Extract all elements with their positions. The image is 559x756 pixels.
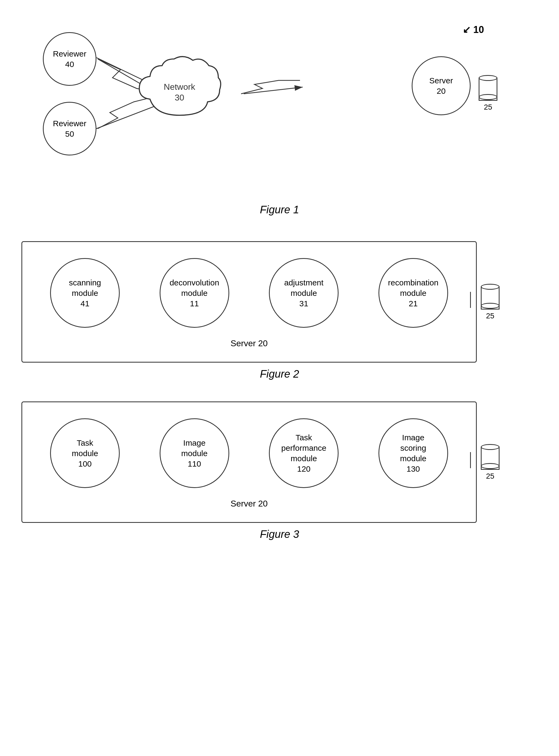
db2-body bbox=[481, 287, 499, 309]
figure3-wrapper: Taskmodule100 Imagemodule110 Taskperform… bbox=[21, 402, 477, 523]
page-container: ↙ 10 bbox=[0, 0, 559, 578]
adjustment-module-label: adjustmentmodule31 bbox=[284, 277, 323, 309]
svg-line-3 bbox=[244, 87, 303, 94]
db3-connector-line bbox=[470, 452, 471, 468]
figure3-container: Taskmodule100 Imagemodule110 Taskperform… bbox=[21, 402, 538, 540]
figure3-caption: Figure 3 bbox=[21, 528, 538, 540]
task-performance-module-label: Taskperformancemodule120 bbox=[281, 432, 326, 474]
image-scoring-module-node: Imagescoringmodule130 bbox=[378, 418, 448, 488]
figure2-wrapper: scanningmodule41 deconvolutionmodule11 a… bbox=[21, 241, 477, 363]
deconvolution-module-label: deconvolutionmodule11 bbox=[170, 277, 219, 309]
db3-bottom-curve bbox=[481, 463, 499, 469]
reviewer40-node: Reviewer 40 bbox=[43, 32, 96, 86]
task-performance-module-node: Taskperformancemodule120 bbox=[269, 418, 339, 488]
figure2-server-label: Server 20 bbox=[36, 339, 463, 348]
figure2-container: scanningmodule41 deconvolutionmodule11 a… bbox=[21, 241, 538, 380]
image-module-node: Imagemodule110 bbox=[160, 418, 229, 488]
image-module-label: Imagemodule110 bbox=[181, 438, 207, 469]
figure1-container: ↙ 10 bbox=[21, 16, 538, 225]
db25-fig1: 25 bbox=[479, 75, 497, 111]
figure3-server-box: Taskmodule100 Imagemodule110 Taskperform… bbox=[21, 402, 477, 523]
db3-body bbox=[481, 447, 499, 470]
server20-fig1-node: Server 20 bbox=[412, 56, 471, 115]
fig1-diagram: Reviewer 40 Reviewer 50 Network 30 bbox=[21, 16, 538, 198]
server20-fig1-label: Server 20 bbox=[429, 75, 453, 96]
db25-fig2: 25 bbox=[481, 284, 499, 320]
svg-text:30: 30 bbox=[175, 93, 184, 102]
reviewer50-label: Reviewer 50 bbox=[53, 118, 86, 139]
db3-top bbox=[481, 444, 499, 450]
figure3-modules-row: Taskmodule100 Imagemodule110 Taskperform… bbox=[36, 418, 463, 488]
cloud-svg: Network 30 bbox=[134, 51, 225, 131]
db25-fig1-label: 25 bbox=[484, 103, 492, 111]
task-module-label: Taskmodule100 bbox=[72, 438, 98, 469]
network30-node: Network 30 bbox=[134, 51, 225, 131]
db2-top bbox=[481, 284, 499, 290]
db25-fig2-wrapper: 25 bbox=[481, 284, 499, 320]
db-body bbox=[479, 78, 497, 101]
figure1-caption: Figure 1 bbox=[21, 204, 538, 216]
recombination-module-label: recombinationmodule21 bbox=[388, 277, 439, 309]
db25-fig2-label: 25 bbox=[486, 312, 494, 320]
adjustment-module-node: adjustmentmodule31 bbox=[269, 258, 339, 328]
db-connector-line bbox=[470, 292, 471, 308]
db-bottom-curve bbox=[479, 94, 497, 100]
reviewer40-label: Reviewer 40 bbox=[53, 48, 86, 69]
db25-fig3: 25 bbox=[481, 444, 499, 480]
db25-fig3-wrapper: 25 bbox=[481, 444, 499, 480]
task-module-node: Taskmodule100 bbox=[50, 418, 120, 488]
recombination-module-node: recombinationmodule21 bbox=[378, 258, 448, 328]
db-top bbox=[479, 75, 497, 81]
figure2-modules-row: scanningmodule41 deconvolutionmodule11 a… bbox=[36, 258, 463, 328]
scanning-module-node: scanningmodule41 bbox=[50, 258, 120, 328]
scanning-module-label: scanningmodule41 bbox=[69, 277, 101, 309]
svg-text:Network: Network bbox=[164, 82, 195, 92]
reviewer50-node: Reviewer 50 bbox=[43, 102, 96, 155]
image-scoring-module-label: Imagescoringmodule130 bbox=[400, 432, 426, 474]
figure2-caption: Figure 2 bbox=[21, 368, 538, 380]
deconvolution-module-node: deconvolutionmodule11 bbox=[160, 258, 229, 328]
figure2-server-box: scanningmodule41 deconvolutionmodule11 a… bbox=[21, 241, 477, 363]
db2-bottom-curve bbox=[481, 303, 499, 309]
figure3-server-label: Server 20 bbox=[36, 499, 463, 509]
db25-fig3-label: 25 bbox=[486, 472, 494, 480]
